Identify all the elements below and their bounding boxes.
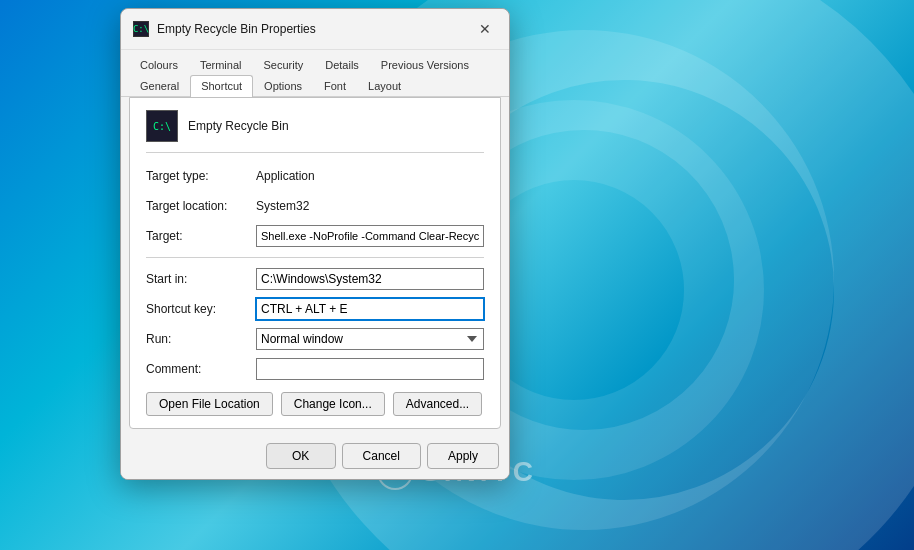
- run-row: Run: Normal window Minimized Maximized: [146, 328, 484, 350]
- change-icon-button[interactable]: Change Icon...: [281, 392, 385, 416]
- shortcut-key-input[interactable]: [256, 298, 484, 320]
- tab-details[interactable]: Details: [314, 54, 370, 75]
- tab-terminal[interactable]: Terminal: [189, 54, 253, 75]
- app-icon-row: C:\ Empty Recycle Bin: [146, 110, 484, 153]
- target-type-label: Target type:: [146, 169, 256, 183]
- tab-previous-versions[interactable]: Previous Versions: [370, 54, 480, 75]
- dialog-footer: OK Cancel Apply: [121, 437, 509, 479]
- open-file-location-button[interactable]: Open File Location: [146, 392, 273, 416]
- dialog-title: Empty Recycle Bin Properties: [157, 22, 316, 36]
- tab-row-1: Colours Terminal Security Details Previo…: [129, 54, 501, 75]
- target-label: Target:: [146, 229, 256, 243]
- tab-bar: Colours Terminal Security Details Previo…: [121, 50, 509, 97]
- separator-1: [146, 257, 484, 258]
- app-name-label: Empty Recycle Bin: [188, 119, 289, 133]
- start-in-input[interactable]: [256, 268, 484, 290]
- tab-row-2: General Shortcut Options Font Layout: [129, 75, 501, 96]
- action-buttons: Open File Location Change Icon... Advanc…: [146, 392, 484, 416]
- tab-options[interactable]: Options: [253, 75, 313, 96]
- shortcut-key-label: Shortcut key:: [146, 302, 256, 316]
- start-in-row: Start in:: [146, 268, 484, 290]
- comment-label: Comment:: [146, 362, 256, 376]
- ok-button[interactable]: OK: [266, 443, 336, 469]
- tab-layout[interactable]: Layout: [357, 75, 412, 96]
- app-icon: C:\: [146, 110, 178, 142]
- tab-shortcut[interactable]: Shortcut: [190, 75, 253, 97]
- comment-input[interactable]: [256, 358, 484, 380]
- tab-security[interactable]: Security: [252, 54, 314, 75]
- comment-row: Comment:: [146, 358, 484, 380]
- advanced-button[interactable]: Advanced...: [393, 392, 482, 416]
- run-select[interactable]: Normal window Minimized Maximized: [256, 328, 484, 350]
- tab-colours[interactable]: Colours: [129, 54, 189, 75]
- properties-dialog: C:\ Empty Recycle Bin Properties ✕ Colou…: [120, 8, 510, 480]
- target-type-value: Application: [256, 169, 315, 183]
- target-location-label: Target location:: [146, 199, 256, 213]
- dialog-body: C:\ Empty Recycle Bin Target type: Appli…: [129, 97, 501, 429]
- target-input[interactable]: [256, 225, 484, 247]
- title-bar: C:\ Empty Recycle Bin Properties ✕: [121, 9, 509, 50]
- target-type-row: Target type: Application: [146, 165, 484, 187]
- cancel-button[interactable]: Cancel: [342, 443, 421, 469]
- app-title-icon: C:\: [133, 21, 149, 37]
- target-row: Target:: [146, 225, 484, 247]
- start-in-label: Start in:: [146, 272, 256, 286]
- target-location-row: Target location: System32: [146, 195, 484, 217]
- tab-font[interactable]: Font: [313, 75, 357, 96]
- target-location-value: System32: [256, 199, 309, 213]
- tab-general[interactable]: General: [129, 75, 190, 96]
- title-bar-left: C:\ Empty Recycle Bin Properties: [133, 21, 316, 37]
- apply-button[interactable]: Apply: [427, 443, 499, 469]
- run-label: Run:: [146, 332, 256, 346]
- close-button[interactable]: ✕: [473, 17, 497, 41]
- shortcut-key-row: Shortcut key:: [146, 298, 484, 320]
